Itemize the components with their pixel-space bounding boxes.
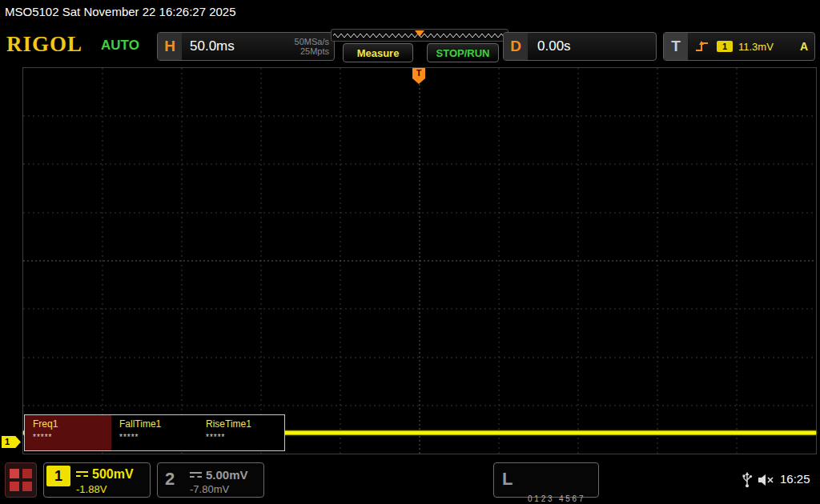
menu-grid-icon xyxy=(10,482,19,491)
channel1-offset: -1.88V xyxy=(76,483,107,495)
clock: 16:25 xyxy=(780,472,810,486)
trigger-slope-icon xyxy=(694,39,710,54)
horizontal-label: H xyxy=(158,33,182,60)
channel1-number: 1 xyxy=(46,466,70,486)
measurement-value: ***** xyxy=(33,433,111,442)
trigger-label: T xyxy=(664,33,688,60)
measurements-panel[interactable]: Freq1 ***** FallTime1 ***** RiseTime1 **… xyxy=(24,414,285,451)
measurement-label: FallTime1 xyxy=(119,418,198,430)
channel2-scale-value: 5.00mV xyxy=(206,468,248,482)
stop-run-button[interactable]: STOP/RUN xyxy=(427,43,499,62)
horizontal-box[interactable]: H 50.0ms 50MSa/s 25Mpts xyxy=(157,32,335,61)
sample-rate: 50MSa/s xyxy=(295,37,329,46)
channel2-offset: -7.80mV xyxy=(190,483,229,495)
digital-label: L xyxy=(502,469,512,490)
channel2-block[interactable]: 2 5.00mV -7.80mV xyxy=(157,462,264,498)
trigger-source-badge: 1 xyxy=(717,41,733,52)
memory-waveform-strip[interactable] xyxy=(331,29,508,42)
dc-coupling-icon xyxy=(76,471,88,479)
delay-value: 0.00s xyxy=(537,38,571,54)
channel2-scale: 5.00mV xyxy=(190,468,248,482)
measure-button[interactable]: Measure xyxy=(343,43,413,62)
measurement-label: RiseTime1 xyxy=(206,418,284,430)
digital-channels-block[interactable]: L 0 1 2 3 4 5 6 7 8 9 10 11 12 13 14 15 xyxy=(493,462,599,498)
memory-depth: 25Mpts xyxy=(295,46,329,56)
digital-channel-list: 0 1 2 3 4 5 6 7 8 9 10 11 12 13 14 15 xyxy=(528,469,605,504)
delay-label: D xyxy=(504,33,528,60)
grid-lines xyxy=(23,68,816,454)
channel2-number: 2 xyxy=(165,469,175,490)
channel1-scale-value: 500mV xyxy=(92,467,134,481)
menu-grid-icon xyxy=(10,469,19,478)
dc-coupling-icon xyxy=(190,472,202,480)
titlebar-text: MSO5102 Sat November 22 16:26:27 2025 xyxy=(0,0,820,24)
digital-row1: 0 1 2 3 4 5 6 7 xyxy=(528,493,605,504)
channel1-scale: 500mV xyxy=(76,467,134,482)
measurement-item-freq1: Freq1 ***** xyxy=(25,415,111,450)
menu-grid-icon xyxy=(22,482,32,491)
acquisition-info: 50MSa/s 25Mpts xyxy=(295,37,334,56)
measurement-value: ***** xyxy=(206,433,284,442)
measurement-item-falltime1: FallTime1 ***** xyxy=(111,415,198,450)
channel1-block[interactable]: 1 500mV -1.88V xyxy=(43,462,151,498)
measurement-value: ***** xyxy=(119,433,198,442)
measurement-label: Freq1 xyxy=(33,418,111,430)
usb-icon xyxy=(742,470,753,488)
zigzag-waveform-icon xyxy=(332,30,508,41)
speaker-mute-icon[interactable] xyxy=(758,473,777,487)
timebase-value: 50.0ms xyxy=(190,38,235,54)
trigger-sweep-mode: A xyxy=(800,40,808,53)
trigger-box[interactable]: T 1 11.3mV A xyxy=(663,32,815,61)
ch1-ground-marker[interactable]: 1 xyxy=(2,436,21,448)
menu-button[interactable] xyxy=(5,462,37,498)
measurement-item-risetime1: RiseTime1 ***** xyxy=(198,415,284,450)
rigol-logo: RIGOL xyxy=(6,32,82,57)
graticule: T xyxy=(22,67,817,454)
trigger-marker[interactable]: T xyxy=(412,68,425,78)
trigger-level-value: 11.3mV xyxy=(738,41,774,53)
auto-status: AUTO xyxy=(101,38,139,54)
menu-grid-icon xyxy=(22,469,32,478)
delay-box[interactable]: D 0.00s xyxy=(503,32,657,61)
